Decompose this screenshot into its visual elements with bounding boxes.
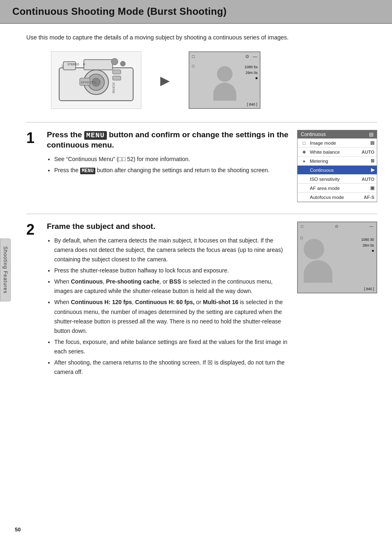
lcd-shot-count: [ 840 ] [247,102,257,106]
step-1-section: 1 Press the MENU button and confirm or c… [26,130,377,202]
lcd2-sub-icon: □ [300,235,303,240]
section-divider-1 [26,122,377,122]
lcd-battery: ■ [244,76,258,81]
bullet-2-menu-btn: MENU [80,168,95,174]
step-2-content: Frame the subject and shoot. By default,… [47,222,289,378]
lcd-right-info: 1080 5s 29m 0s ■ [244,65,258,81]
svg-text:L: L [62,64,63,67]
menu-row-value-2: AUTO [362,150,374,155]
lcd2-person-silhouette [304,239,332,283]
step-1-title-prefix: Press the [47,130,84,139]
page-header: Continuous Shooting Mode (Burst Shooting… [0,0,392,24]
step-1-menu-panel: Continuous ▤ □ Image mode ▤ ◆ White bala… [297,130,377,202]
menu-row-metering: ● Metering ⊠ [297,157,377,166]
menu-row-iso: ISO sensitivity AUTO [297,175,377,184]
step-2-number: 2 [26,222,41,237]
menu-row-value-4: ▶ [371,167,374,173]
step-2-bullet-6: After shooting, the camera returns to th… [54,358,289,377]
step-2-left: 2 Frame the subject and shoot. By defaul… [26,222,289,378]
step-1-bullet-2: Press the MENU button after changing the… [54,166,289,175]
lcd-time: 29m 0s [244,70,258,76]
step-2-title: Frame the subject and shoot. [47,222,289,232]
lcd-icon-frame: □ [192,54,195,59]
step-1-title: Press the MENU button and confirm or cha… [47,130,289,150]
menu-row-icon-3: ● [300,159,308,164]
step-1-left: 1 Press the MENU button and confirm or c… [26,130,289,202]
page-title: Continuous Shooting Mode (Burst Shooting… [12,6,380,17]
step-2-bullet-3: When Continuous, Pre-shooting cache, or … [54,277,289,296]
lcd2-time: 29m 0s [361,243,374,249]
menu-row-af-area: AF area mode ▣ [297,184,377,193]
menu-row-continuous: Continuous ▶ [297,166,377,175]
bullet-2-text2: button after changing the settings and r… [95,167,270,173]
svg-text:STEREO: STEREO [67,63,79,66]
svg-text:EFFECTS: EFFECTS [81,81,96,84]
step-2-bullet-2: Press the shutter-release button halfway… [54,266,289,275]
shooting-features-label: Shooting Features [2,246,8,293]
menu-row-icon-2: ◆ [300,149,308,155]
diagram-row: L STEREO R SCENE EFFECTS ▶ [51,51,377,109]
menu-row-label-1: Image mode [308,141,370,145]
menu-row-white-balance: ◆ White balance AUTO [297,148,377,157]
lcd-sub-icon: □ [192,64,194,68]
menu-row-value-6: ▣ [370,185,374,191]
menu-row-label-5: ISO sensitivity [308,177,362,182]
lcd2-resolution: 1080 30 [361,237,374,243]
menu-row-label-3: Metering [308,159,371,164]
svg-rect-2 [84,60,113,70]
step-1-menu-panel-wrapper: Continuous ▤ □ Image mode ▤ ◆ White bala… [297,130,377,202]
lcd-screen-main: □ ⊙ — □ 1080 5s 29m 0s ■ [ 840 ] [189,51,261,109]
menu-row-image-mode: □ Image mode ▤ [297,138,377,148]
svg-point-10 [111,58,118,65]
lcd2-icon-right2: — [369,224,374,228]
svg-text:R: R [83,63,85,66]
lcd-icon-right: ⊙ — [245,54,257,59]
menu-row-label-4: Continuous [308,168,371,173]
lcd2-person-body [304,260,332,283]
lcd2-battery: ■ [361,248,374,254]
camera-top-svg: L STEREO R SCENE EFFECTS [55,55,137,105]
step-1-content: Press the MENU button and confirm or cha… [47,130,289,177]
menu-row-label-6: AF area mode [308,186,370,191]
menu-header: Continuous ▤ [297,130,377,138]
lcd-resolution: 1080 5s [244,65,258,70]
menu-row-value-1: ▤ [370,140,374,145]
bullet-2-text: Press the [54,167,80,173]
lcd2-icon-frame: □ [301,224,303,228]
step-2-lcd-wrapper: □ ⊙ — □ 1080 30 29m 0s ■ [297,222,377,378]
step-2-bullets: By default, when the camera detects the … [54,236,289,377]
intro-text: Use this mode to capture the details of … [26,33,363,42]
step-1-bullet-1: See “Continuous Menu” (□□ 52) for more i… [54,155,289,164]
menu-row-value-3: ⊠ [371,158,374,164]
menu-row-label-7: Autofocus mode [308,195,364,200]
step-1-bullets: See “Continuous Menu” (□□ 52) for more i… [54,155,289,175]
lcd2-top-bar: □ ⊙ — [298,222,376,229]
lcd-person-silhouette [213,66,236,101]
lcd2-icon-right1: ⊙ [335,224,338,228]
svg-point-11 [120,61,125,66]
lcd2-shot-count: [ 840 ] [364,287,374,291]
bullet-1-text: See “Continuous Menu” (□□ 52) for more i… [54,156,190,162]
menu-row-autofocus: Autofocus mode AF-S [297,193,377,202]
step-2-bullet-1: By default, when the camera detects the … [54,236,289,264]
lcd2-person-head [304,239,324,259]
menu-row-icon-1: □ [300,141,308,145]
arrow-right: ▶ [160,73,170,88]
step-2-bullet-4: When Continuous H: 120 fps, Continuous H… [54,298,289,335]
lcd2-right-info: 1080 30 29m 0s ■ [361,237,374,254]
step-1-number: 1 [26,131,41,145]
step-2-lcd: □ ⊙ — □ 1080 30 29m 0s ■ [297,222,377,293]
menu-row-label-2: White balance [308,150,362,155]
menu-header-label: Continuous [301,132,326,137]
menu-row-value-7: AF-S [364,195,374,200]
lcd-person-head [217,66,233,82]
svg-rect-13 [113,76,121,80]
menu-row-value-5: AUTO [362,177,374,182]
svg-text:SCENE: SCENE [112,82,115,94]
lcd-person-body [213,83,236,101]
shooting-features-tab: Shooting Features [0,238,11,301]
svg-rect-12 [113,70,121,74]
page-number: 50 [15,526,21,533]
section-divider-2 [26,214,377,214]
menu-header-icon: ▤ [369,132,374,137]
